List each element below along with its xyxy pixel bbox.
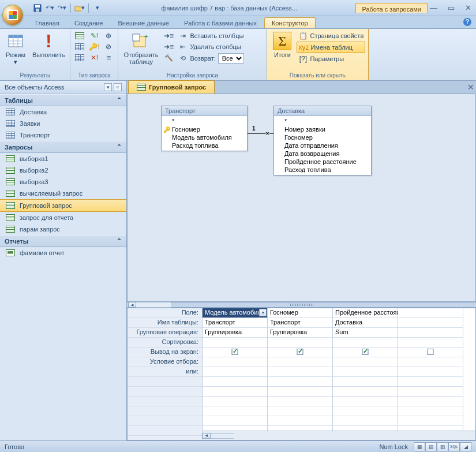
qbe-cell[interactable]: Пройденное расстояние: [333, 308, 398, 318]
table-field[interactable]: Госномер: [274, 133, 371, 141]
doc-close-button[interactable]: ✕: [467, 83, 474, 92]
nav-item[interactable]: выборка3: [0, 176, 126, 188]
qbe-cell[interactable]: [268, 357, 332, 367]
table-names-button[interactable]: xyzИмена таблиц: [297, 42, 365, 53]
nav-item[interactable]: парам запрос: [0, 223, 126, 235]
append-query-icon[interactable]: ✎!: [88, 31, 100, 41]
checkbox[interactable]: [428, 349, 434, 355]
qbe-cell[interactable]: [398, 348, 463, 357]
checkbox[interactable]: [232, 349, 238, 355]
table-field[interactable]: Дата отправления: [274, 141, 371, 150]
qbe-cell[interactable]: [203, 367, 267, 377]
delete-query-icon[interactable]: ✕!: [88, 53, 100, 63]
table-field[interactable]: Пройденное расстояние: [274, 158, 371, 166]
show-table-button[interactable]: + Отобразить таблицу: [121, 31, 160, 66]
scroll-left-icon[interactable]: ◄: [128, 302, 136, 308]
open-icon[interactable]: ▾: [74, 3, 85, 13]
qbe-cell[interactable]: [398, 367, 463, 377]
redo-icon[interactable]: ↷▾: [57, 3, 67, 13]
qbe-column[interactable]: [398, 308, 463, 436]
run-button[interactable]: ! Выполнить: [30, 31, 67, 59]
return-select[interactable]: Все: [218, 53, 244, 63]
table-field[interactable]: 🔑Госномер: [162, 125, 247, 133]
qbe-column[interactable]: Модель автомобиля▾ТранспортГруппировка: [203, 308, 268, 436]
insert-rows-button[interactable]: ➜≡: [162, 31, 175, 41]
builder-button[interactable]: 🔨: [162, 53, 175, 63]
nav-menu-icon[interactable]: ▾: [104, 83, 112, 91]
qbe-cell[interactable]: Госномер: [268, 308, 332, 318]
return-setting[interactable]: ⟲Возврат: Все: [177, 53, 263, 64]
table-field[interactable]: Номер заявки: [274, 125, 371, 133]
qbe-column[interactable]: Пройденное расстояниеДоставкаSum: [333, 308, 398, 436]
qbe-cell[interactable]: [333, 357, 398, 367]
insert-cols-button[interactable]: ⇥Вставить столбцы: [177, 31, 263, 41]
qbe-cell[interactable]: [268, 367, 332, 377]
qbe-cell[interactable]: [333, 338, 398, 348]
nav-item[interactable]: вычисляемый запрос: [0, 188, 126, 199]
view-design-icon[interactable]: ◢: [460, 442, 471, 451]
tab-design[interactable]: Конструктор: [264, 17, 316, 28]
nav-item[interactable]: выборка1: [0, 153, 126, 165]
nav-item[interactable]: фамилия отчет: [0, 247, 126, 259]
qbe-cell[interactable]: Группировка: [203, 328, 267, 338]
undo-icon[interactable]: ↶▾: [44, 3, 55, 13]
nav-item[interactable]: Доставка: [0, 106, 126, 118]
totals-button[interactable]: Σ Итоги: [269, 31, 295, 59]
datadef-query-icon[interactable]: ≡: [102, 53, 115, 63]
tab-external[interactable]: Внешние данные: [111, 17, 177, 28]
qbe-cell[interactable]: [398, 308, 463, 318]
office-button[interactable]: [2, 5, 23, 25]
save-icon[interactable]: [32, 3, 43, 13]
checkbox[interactable]: [297, 349, 303, 355]
union-query-icon[interactable]: ⊕: [102, 31, 115, 41]
scrollbar-track[interactable]: [136, 302, 171, 308]
select-query-icon[interactable]: [73, 31, 86, 41]
table-field[interactable]: *: [274, 117, 371, 125]
view-button[interactable]: Режим▾: [3, 31, 28, 66]
qbe-cell[interactable]: Sum: [333, 328, 398, 338]
view-datasheet-icon[interactable]: ▦: [414, 442, 425, 451]
table-box-transport[interactable]: Транспорт *🔑ГосномерМодель автомобиляРас…: [161, 106, 248, 151]
nav-item[interactable]: запрос для отчета: [0, 212, 126, 223]
tab-dbtools[interactable]: Работа с базами данных: [177, 17, 264, 28]
passthrough-query-icon[interactable]: ⊘: [102, 42, 115, 52]
qbe-cell[interactable]: [203, 338, 267, 348]
splitter[interactable]: ◄: [127, 302, 476, 308]
checkbox[interactable]: [362, 349, 369, 355]
qbe-scrollbar-track[interactable]: [211, 433, 234, 439]
qbe-cell[interactable]: Модель автомобиля▾: [203, 308, 267, 318]
view-pivot-icon[interactable]: ▤: [425, 442, 437, 451]
table-field[interactable]: Дата возвращения: [274, 150, 371, 158]
nav-collapse-icon[interactable]: «: [114, 83, 122, 91]
close-button[interactable]: ✕: [463, 2, 474, 13]
maximize-button[interactable]: ▭: [445, 2, 457, 13]
tab-create[interactable]: Создание: [67, 17, 111, 28]
nav-section-tables[interactable]: Таблицы⌃: [0, 94, 126, 106]
delete-cols-button[interactable]: ⇤Удалить столбцы: [177, 42, 263, 52]
minimize-button[interactable]: —: [428, 2, 440, 13]
qbe-cell[interactable]: Транспорт: [268, 318, 332, 328]
delete-rows-button[interactable]: ➜≡: [162, 42, 175, 52]
qbe-cell[interactable]: [268, 338, 332, 348]
nav-item[interactable]: Заявки: [0, 118, 126, 129]
nav-section-queries[interactable]: Запросы⌃: [0, 141, 126, 153]
table-field[interactable]: Расход топлива: [274, 166, 371, 174]
dropdown-icon[interactable]: ▾: [259, 309, 267, 316]
qbe-cell[interactable]: [203, 357, 267, 367]
table-field[interactable]: *: [162, 117, 247, 125]
qat-customize-icon[interactable]: ▾: [92, 3, 103, 13]
crosstab-query-icon[interactable]: [73, 42, 86, 52]
qbe-cell[interactable]: Транспорт: [203, 318, 267, 328]
nav-section-reports[interactable]: Отчеты⌃: [0, 235, 126, 247]
doc-tab[interactable]: Групповой запрос: [128, 80, 215, 94]
qbe-column[interactable]: ГосномерТранспортГруппировка: [268, 308, 333, 436]
view-chart-icon[interactable]: ▥: [437, 442, 448, 451]
qbe-cell[interactable]: [398, 318, 463, 328]
maketable-query-icon[interactable]: [73, 53, 86, 63]
qbe-cell[interactable]: [398, 357, 463, 367]
table-field[interactable]: Расход топлива: [162, 141, 247, 150]
qbe-cell[interactable]: [333, 367, 398, 377]
table-field[interactable]: Модель автомобиля: [162, 133, 247, 141]
qbe-cell[interactable]: [268, 348, 332, 357]
nav-header[interactable]: Все объекты Access ▾ «: [0, 81, 126, 94]
